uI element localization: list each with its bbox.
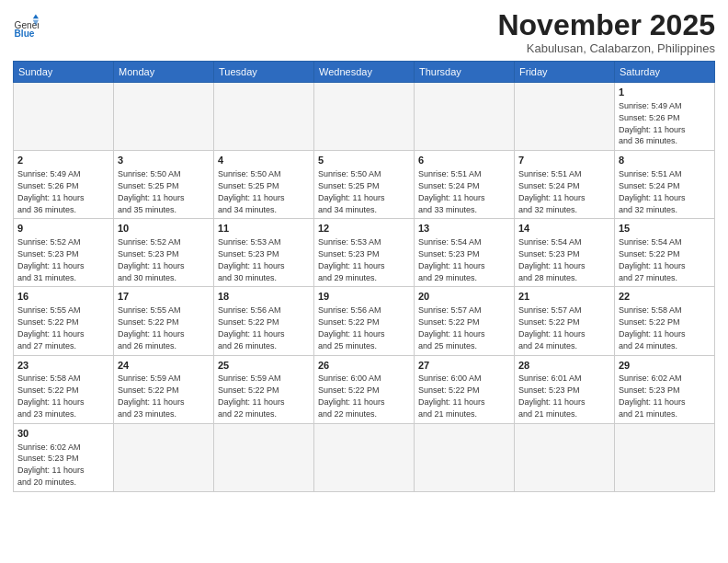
location-subtitle: Kabulusan, Calabarzon, Philippines — [497, 41, 715, 55]
day-14: 14 Sunrise: 5:54 AMSunset: 5:23 PMDaylig… — [515, 219, 615, 287]
empty-cell — [615, 423, 715, 491]
empty-cell — [214, 83, 314, 151]
day-16: 16 Sunrise: 5:55 AMSunset: 5:22 PMDaylig… — [14, 287, 114, 355]
day-30: 30 Sunrise: 6:02 AMSunset: 5:23 PMDaylig… — [14, 423, 114, 491]
week-row-3: 9 Sunrise: 5:52 AMSunset: 5:23 PMDayligh… — [14, 219, 715, 287]
month-title: November 2025 — [497, 9, 715, 41]
title-section: November 2025 Kabulusan, Calabarzon, Phi… — [497, 9, 715, 55]
week-row-4: 16 Sunrise: 5:55 AMSunset: 5:22 PMDaylig… — [14, 287, 715, 355]
week-row-1: 1 Sunrise: 5:49 AMSunset: 5:26 PMDayligh… — [14, 83, 715, 151]
logo: General Blue — [13, 13, 39, 39]
empty-cell — [314, 423, 415, 491]
day-21: 21 Sunrise: 5:57 AMSunset: 5:22 PMDaylig… — [515, 287, 615, 355]
day-13: 13 Sunrise: 5:54 AMSunset: 5:23 PMDaylig… — [415, 219, 515, 287]
day-17: 17 Sunrise: 5:55 AMSunset: 5:22 PMDaylig… — [114, 287, 214, 355]
day-15: 15 Sunrise: 5:54 AMSunset: 5:22 PMDaylig… — [615, 219, 715, 287]
day-1: 1 Sunrise: 5:49 AMSunset: 5:26 PMDayligh… — [615, 83, 715, 151]
calendar-table: Sunday Monday Tuesday Wednesday Thursday… — [13, 61, 715, 492]
empty-cell — [314, 83, 415, 151]
day-26: 26 Sunrise: 6:00 AMSunset: 5:22 PMDaylig… — [314, 355, 415, 423]
calendar-page: General Blue November 2025 Kabulusan, Ca… — [0, 0, 728, 563]
col-monday: Monday — [114, 62, 214, 83]
day-28: 28 Sunrise: 6:01 AMSunset: 5:23 PMDaylig… — [515, 355, 615, 423]
day-25: 25 Sunrise: 5:59 AMSunset: 5:22 PMDaylig… — [214, 355, 314, 423]
day-8: 8 Sunrise: 5:51 AMSunset: 5:24 PMDayligh… — [615, 151, 715, 219]
col-wednesday: Wednesday — [314, 62, 415, 83]
col-sunday: Sunday — [14, 62, 114, 83]
day-18: 18 Sunrise: 5:56 AMSunset: 5:22 PMDaylig… — [214, 287, 314, 355]
day-27: 27 Sunrise: 6:00 AMSunset: 5:22 PMDaylig… — [415, 355, 515, 423]
col-friday: Friday — [515, 62, 615, 83]
day-9: 9 Sunrise: 5:52 AMSunset: 5:23 PMDayligh… — [14, 219, 114, 287]
col-saturday: Saturday — [615, 62, 715, 83]
day-29: 29 Sunrise: 6:02 AMSunset: 5:23 PMDaylig… — [615, 355, 715, 423]
day-22: 22 Sunrise: 5:58 AMSunset: 5:22 PMDaylig… — [615, 287, 715, 355]
empty-cell — [515, 83, 615, 151]
logo-icon: General Blue — [13, 13, 39, 39]
empty-cell — [415, 423, 515, 491]
empty-cell — [14, 83, 114, 151]
empty-cell — [415, 83, 515, 151]
col-tuesday: Tuesday — [214, 62, 314, 83]
week-row-5: 23 Sunrise: 5:58 AMSunset: 5:22 PMDaylig… — [14, 355, 715, 423]
week-row-6: 30 Sunrise: 6:02 AMSunset: 5:23 PMDaylig… — [14, 423, 715, 491]
empty-cell — [214, 423, 314, 491]
header: General Blue November 2025 Kabulusan, Ca… — [13, 9, 715, 55]
empty-cell — [114, 423, 214, 491]
svg-text:Blue: Blue — [15, 29, 35, 39]
day-7: 7 Sunrise: 5:51 AMSunset: 5:24 PMDayligh… — [515, 151, 615, 219]
week-row-2: 2 Sunrise: 5:49 AMSunset: 5:26 PMDayligh… — [14, 151, 715, 219]
day-19: 19 Sunrise: 5:56 AMSunset: 5:22 PMDaylig… — [314, 287, 415, 355]
day-23: 23 Sunrise: 5:58 AMSunset: 5:22 PMDaylig… — [14, 355, 114, 423]
day-2: 2 Sunrise: 5:49 AMSunset: 5:26 PMDayligh… — [14, 151, 114, 219]
day-20: 20 Sunrise: 5:57 AMSunset: 5:22 PMDaylig… — [415, 287, 515, 355]
day-12: 12 Sunrise: 5:53 AMSunset: 5:23 PMDaylig… — [314, 219, 415, 287]
col-thursday: Thursday — [415, 62, 515, 83]
day-3: 3 Sunrise: 5:50 AMSunset: 5:25 PMDayligh… — [114, 151, 214, 219]
empty-cell — [515, 423, 615, 491]
day-6: 6 Sunrise: 5:51 AMSunset: 5:24 PMDayligh… — [415, 151, 515, 219]
day-24: 24 Sunrise: 5:59 AMSunset: 5:22 PMDaylig… — [114, 355, 214, 423]
day-11: 11 Sunrise: 5:53 AMSunset: 5:23 PMDaylig… — [214, 219, 314, 287]
empty-cell — [114, 83, 214, 151]
day-4: 4 Sunrise: 5:50 AMSunset: 5:25 PMDayligh… — [214, 151, 314, 219]
weekday-header-row: Sunday Monday Tuesday Wednesday Thursday… — [14, 62, 715, 83]
day-10: 10 Sunrise: 5:52 AMSunset: 5:23 PMDaylig… — [114, 219, 214, 287]
svg-marker-2 — [33, 15, 39, 19]
day-5: 5 Sunrise: 5:50 AMSunset: 5:25 PMDayligh… — [314, 151, 415, 219]
